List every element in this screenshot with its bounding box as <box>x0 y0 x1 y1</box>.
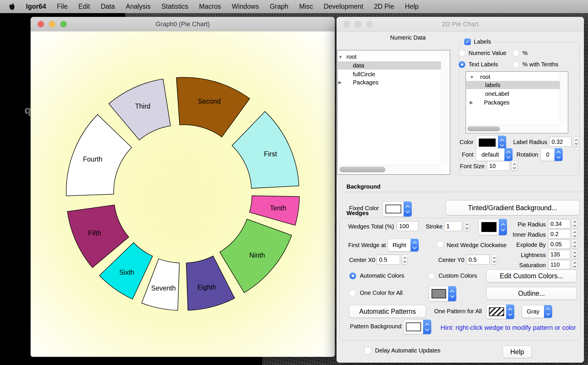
menu-item-misc[interactable]: Misc <box>299 3 313 10</box>
explode-by-stepper[interactable] <box>572 240 578 249</box>
center-y0-field[interactable]: 0.5 <box>466 255 490 265</box>
menu-item-analysis[interactable]: Analysis <box>126 3 151 10</box>
inner-radius-field[interactable]: 0.2 <box>548 229 570 239</box>
disclosure-collapsed-icon[interactable]: ▶ <box>338 80 344 85</box>
automatic-patterns-button[interactable]: Automatic Patterns <box>349 305 426 318</box>
one-pattern-popup[interactable] <box>486 304 514 319</box>
close-button[interactable] <box>344 21 350 27</box>
tinted-gradient-background-button[interactable]: Tinted/Gradient Background... <box>446 200 580 215</box>
center-x0-field[interactable]: 0.5 <box>377 255 400 265</box>
numeric-value-label: Numeric Value <box>469 50 506 56</box>
delay-automatic-updates-checkbox[interactable] <box>365 347 371 354</box>
lightness-stepper[interactable] <box>572 250 578 259</box>
vertical-scrollbar[interactable] <box>441 51 450 165</box>
tree-item[interactable]: ▶Packages <box>466 98 568 107</box>
scrollbar-thumb[interactable] <box>467 126 500 131</box>
label-tree-list[interactable]: ▼root labels oneLabel ▶Packages <box>466 71 568 133</box>
saturation-field[interactable]: 110 <box>548 260 570 269</box>
graph-canvas[interactable]: FirstSecondThirdFourthFifthSixthSeventhE… <box>31 31 335 357</box>
pie-radius-field[interactable]: 0.34 <box>548 219 570 228</box>
lightness-field[interactable]: 135 <box>548 250 570 259</box>
wedges-total-field[interactable]: 100 <box>397 221 418 231</box>
list-item-selected[interactable]: data <box>338 61 441 70</box>
font-size-field[interactable]: 10 <box>487 161 510 171</box>
horizontal-scrollbar[interactable] <box>338 165 441 174</box>
label-radius-field[interactable]: 0.32 <box>549 137 571 147</box>
menu-item-file[interactable]: File <box>57 3 68 10</box>
font-popup[interactable]: default <box>476 148 513 161</box>
stroke-field[interactable]: 1 <box>444 221 462 231</box>
vertical-scrollbar[interactable] <box>560 72 568 125</box>
custom-colors-row: Custom Colors <box>428 272 477 279</box>
pattern-gray-popup[interactable]: Gray <box>522 305 552 318</box>
pie-radius-stepper[interactable] <box>572 219 578 228</box>
font-size-label: Font Size <box>455 163 485 170</box>
menu-item-windows[interactable]: Windows <box>232 3 259 10</box>
labels-checkbox[interactable]: ✓ <box>464 38 471 45</box>
tree-item[interactable]: ▼root <box>466 73 568 81</box>
text-labels-radio[interactable] <box>459 61 465 68</box>
close-button[interactable] <box>38 21 44 27</box>
one-color-radio[interactable] <box>349 290 356 296</box>
menu-item-data[interactable]: Data <box>101 3 115 10</box>
list-item[interactable]: ▶Packages <box>338 78 450 86</box>
pie-wedge-label: Fourth <box>83 155 102 163</box>
menu-item-development[interactable]: Development <box>324 3 363 10</box>
menu-item-igor64[interactable]: Igor64 <box>26 3 46 10</box>
help-button[interactable]: Help <box>503 346 532 358</box>
font-size-stepper[interactable] <box>511 161 517 171</box>
first-wedge-popup[interactable]: Right <box>388 239 419 251</box>
disclosure-collapsed-icon[interactable]: ▶ <box>466 100 476 105</box>
label-color-popup[interactable] <box>476 136 506 150</box>
scrollbar-thumb[interactable] <box>339 167 385 172</box>
horizontal-scrollbar[interactable] <box>466 125 560 133</box>
pie-wedge-fourth[interactable] <box>66 115 132 196</box>
next-wedge-clockwise-checkbox[interactable] <box>437 241 443 248</box>
zoom-button[interactable] <box>366 21 373 27</box>
menu-item-2d-pie[interactable]: 2D Pie <box>374 3 394 10</box>
chevron-updown-icon <box>411 239 419 251</box>
percent-tenths-radio[interactable] <box>513 61 519 68</box>
menu-item-edit[interactable]: Edit <box>78 3 90 10</box>
menu-item-statistics[interactable]: Statistics <box>161 3 188 10</box>
explode-by-field[interactable]: 0.05 <box>548 240 570 249</box>
graph-window-titlebar[interactable]: Graph0 (Pie Chart) <box>31 17 335 32</box>
disclosure-expanded-icon[interactable]: ▼ <box>338 54 344 59</box>
pie-wedge-second[interactable] <box>176 77 250 137</box>
center-x0-stepper[interactable] <box>402 255 408 265</box>
custom-colors-radio[interactable] <box>428 272 435 279</box>
percent-radio[interactable] <box>513 50 519 56</box>
label-radius-stepper[interactable] <box>573 137 579 147</box>
tree-item-selected[interactable]: labels <box>466 81 560 89</box>
chevron-updown-icon <box>504 148 513 161</box>
numeric-data-list[interactable]: ▼root data fullCircle ▶Packages <box>337 50 450 175</box>
minimize-button[interactable] <box>49 21 55 27</box>
percent-tenths-radio-row: % with Tenths <box>513 61 558 68</box>
menu-item-help[interactable]: Help <box>405 3 419 10</box>
list-item[interactable]: fullCircle <box>338 70 450 78</box>
dialog-titlebar[interactable]: 2D Pie Chart <box>337 17 584 32</box>
zoom-button[interactable] <box>60 21 67 27</box>
inner-radius-stepper[interactable] <box>572 229 578 239</box>
menu-item-graph[interactable]: Graph <box>270 3 288 10</box>
center-y0-stepper[interactable] <box>491 255 497 265</box>
rotation-popup[interactable]: 0 <box>541 148 563 161</box>
outline-button[interactable]: Outline... <box>486 287 577 300</box>
one-color-popup[interactable] <box>429 286 456 301</box>
list-item[interactable]: ▼root <box>338 53 450 61</box>
numeric-value-radio[interactable] <box>459 50 465 56</box>
fixed-color-popup[interactable] <box>383 201 412 217</box>
text-labels-radio-row: Text Labels <box>459 61 498 68</box>
menu-item-macros[interactable]: Macros <box>199 3 221 10</box>
saturation-stepper[interactable] <box>572 260 578 269</box>
saturation-label: Saturation <box>508 262 546 269</box>
edit-custom-colors-button[interactable]: Edit Custom Colors... <box>486 270 577 282</box>
stroke-color-popup[interactable] <box>478 219 507 235</box>
stroke-stepper[interactable] <box>464 221 470 231</box>
disclosure-expanded-icon[interactable]: ▼ <box>466 75 476 79</box>
tree-item[interactable]: oneLabel <box>466 90 568 98</box>
apple-menu-icon[interactable] <box>9 3 15 10</box>
automatic-colors-radio[interactable] <box>349 272 356 279</box>
minimize-button[interactable] <box>355 21 361 27</box>
pattern-background-popup[interactable] <box>403 320 431 334</box>
